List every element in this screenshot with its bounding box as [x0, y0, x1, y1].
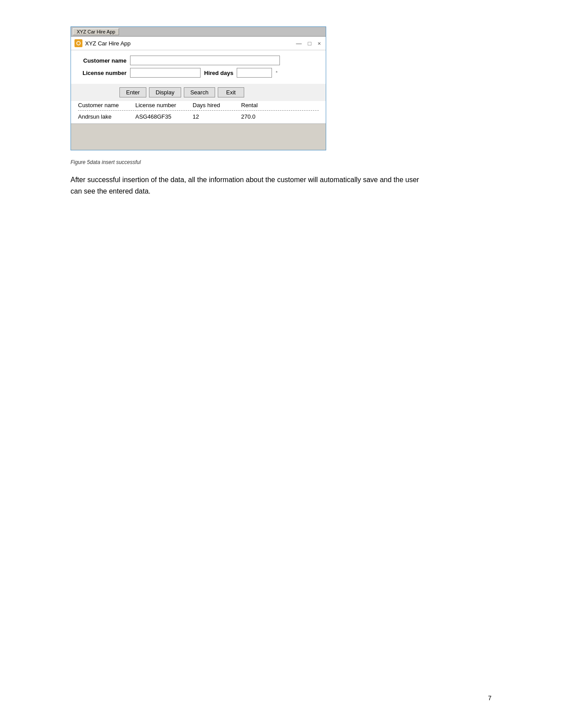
hired-days-label: Hired days	[204, 70, 233, 76]
page-content: XYZ Car Hire App XYZ Car Hire App — □ ×	[71, 26, 491, 197]
display-button[interactable]: Display	[149, 87, 181, 97]
taskbar-item[interactable]: XYZ Car Hire App	[73, 28, 119, 35]
app-window: XYZ Car Hire App XYZ Car Hire App — □ ×	[71, 26, 326, 150]
row-days-hired: 12	[193, 113, 241, 120]
col-header-customer: Customer name	[78, 102, 135, 108]
restore-button[interactable]: □	[307, 41, 313, 46]
col-header-license: License number	[135, 102, 193, 108]
title-bar-left: XYZ Car Hire App	[74, 39, 130, 47]
table-row: Andrsun lake ASG468GF35 12 270.0	[78, 112, 319, 122]
license-number-row: License number Hired days *	[78, 68, 319, 78]
window-title: XYZ Car Hire App	[85, 40, 130, 47]
close-button[interactable]: ×	[316, 41, 322, 46]
table-divider	[78, 110, 319, 111]
enter-button[interactable]: Enter	[119, 87, 146, 97]
data-area: Customer name License number Days hired …	[71, 101, 326, 123]
svg-point-2	[77, 42, 80, 45]
customer-name-row: Customer name	[78, 56, 319, 65]
license-number-input[interactable]	[130, 68, 201, 78]
row-license-number: ASG468GF35	[135, 113, 193, 120]
form-area: Customer name License number Hired days …	[71, 50, 326, 84]
title-bar: XYZ Car Hire App — □ ×	[71, 37, 326, 50]
customer-name-label: Customer name	[78, 57, 127, 64]
gray-footer	[71, 123, 326, 150]
buttons-row: Enter Display Search Exit	[71, 87, 326, 97]
exit-button[interactable]: Exit	[218, 87, 244, 97]
hired-days-input[interactable]	[237, 68, 272, 78]
search-button[interactable]: Search	[184, 87, 215, 97]
col-header-rental: Rental	[241, 102, 276, 108]
app-icon	[74, 39, 82, 47]
asterisk: *	[275, 70, 277, 75]
license-number-label: License number	[78, 70, 127, 76]
body-text: After successful insertion of the data, …	[71, 174, 432, 197]
page-number: 7	[488, 694, 491, 702]
taskbar-strip: XYZ Car Hire App	[71, 27, 326, 37]
col-header-days: Days hired	[193, 102, 241, 108]
row-rental: 270.0	[241, 113, 276, 120]
customer-name-input[interactable]	[130, 56, 280, 65]
table-header-row: Customer name License number Days hired …	[78, 101, 319, 109]
row-customer-name: Andrsun lake	[78, 113, 135, 120]
title-bar-controls: — □ ×	[295, 41, 322, 46]
minimize-button[interactable]: —	[295, 41, 303, 46]
figure-caption: Figure 5data insert successful	[71, 159, 141, 165]
